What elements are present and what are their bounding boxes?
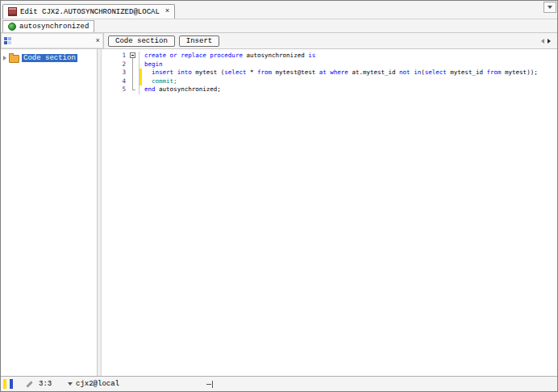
fold-margin[interactable] <box>129 52 140 60</box>
panel-header-row: × Code section Insert <box>1 33 557 49</box>
editor-toolbar: Code section Insert <box>104 33 557 48</box>
cursor-position: 3:3 <box>39 380 56 388</box>
line-number: 1 <box>102 52 129 60</box>
connection-label: cjx2@local <box>76 380 119 388</box>
folder-icon <box>9 55 19 63</box>
edit-window-icon <box>8 7 17 16</box>
app-window: Edit CJX2.AUTOSYNCHRONIZED@LOCAL × autos… <box>0 0 558 392</box>
code-editor[interactable]: 1create or replace procedure autosynchro… <box>102 49 557 376</box>
code-text[interactable]: commit; <box>142 77 177 86</box>
code-text[interactable]: create or replace procedure autosynchron… <box>142 52 315 60</box>
procedure-icon <box>8 23 16 31</box>
document-tab-bar: autosynchronized <box>1 19 557 33</box>
code-line[interactable]: 2begin <box>102 60 557 69</box>
window-list-dropdown[interactable] <box>543 2 556 13</box>
tree-item-code-section[interactable]: Code section <box>1 53 97 62</box>
main-area: Code section 1create or replace procedur… <box>1 49 557 376</box>
document-tab-label: autosynchronized <box>19 23 89 31</box>
pencil-icon <box>26 381 32 387</box>
code-line[interactable]: 1create or replace procedure autosynchro… <box>102 52 557 60</box>
chevron-down-icon <box>68 382 73 386</box>
tree-panel-header: × <box>1 33 104 48</box>
modified-indicator-yellow-icon <box>3 379 6 389</box>
expand-arrow-icon[interactable] <box>3 56 6 60</box>
line-number: 3 <box>102 69 129 77</box>
fold-margin[interactable] <box>129 85 140 94</box>
tree-item-label: Code section <box>22 54 77 62</box>
code-text[interactable]: insert into mytest (select * from mytest… <box>142 69 538 77</box>
modified-indicator-blue-icon <box>10 379 13 389</box>
insert-button[interactable]: Insert <box>179 35 219 47</box>
panel-close-icon[interactable]: × <box>96 37 100 45</box>
chevron-down-icon <box>548 6 552 9</box>
fold-margin[interactable] <box>129 77 140 86</box>
panel-grid-icon <box>4 37 11 44</box>
code-section-button[interactable]: Code section <box>108 35 175 47</box>
code-line[interactable]: 3 insert into mytest (select * from myte… <box>102 69 557 77</box>
code-text[interactable]: begin <box>142 60 163 69</box>
code-line[interactable]: 5end autosynchronized; <box>102 85 557 94</box>
tree-panel: Code section <box>1 49 98 376</box>
nav-next-icon[interactable] <box>548 39 551 44</box>
close-icon[interactable]: × <box>165 8 169 15</box>
window-tab[interactable]: Edit CJX2.AUTOSYNCHRONIZED@LOCAL × <box>2 4 175 19</box>
window-tab-bar: Edit CJX2.AUTOSYNCHRONIZED@LOCAL × <box>1 1 557 19</box>
fold-margin[interactable] <box>129 60 140 69</box>
tab-scroll-nav <box>541 39 553 44</box>
editor-lines: 1create or replace procedure autosynchro… <box>102 52 557 94</box>
line-number: 5 <box>102 85 129 94</box>
nav-prev-icon[interactable] <box>541 39 544 44</box>
connection-selector[interactable]: cjx2@local <box>68 380 119 388</box>
status-bar: 3:3 cjx2@local <box>1 376 557 391</box>
window-tab-title: Edit CJX2.AUTOSYNCHRONIZED@LOCAL <box>20 8 160 16</box>
line-number: 2 <box>102 60 129 69</box>
line-number: 4 <box>102 77 129 86</box>
fold-margin[interactable] <box>129 69 140 77</box>
code-line[interactable]: 4 commit; <box>102 77 557 86</box>
tab-stop-icon <box>206 381 213 388</box>
code-text[interactable]: end autosynchronized; <box>142 85 221 94</box>
tab-autosynchronized[interactable]: autosynchronized <box>2 20 94 32</box>
